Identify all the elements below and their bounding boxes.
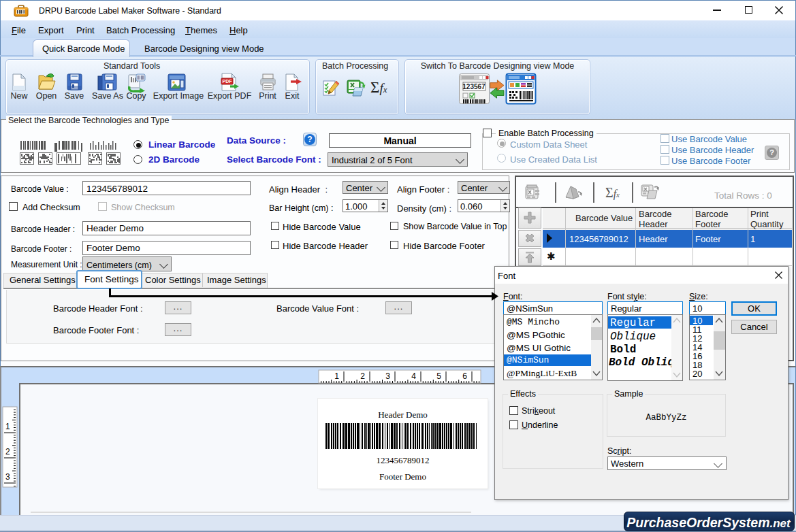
svg-text:1: 1 bbox=[334, 371, 339, 381]
svg-text:5: 5 bbox=[436, 371, 441, 381]
svg-text:2: 2 bbox=[5, 447, 10, 456]
svg-text:6: 6 bbox=[462, 371, 467, 381]
svg-text:3: 3 bbox=[385, 371, 390, 381]
svg-text:PDF: PDF bbox=[223, 79, 233, 84]
svg-text:1: 1 bbox=[5, 422, 10, 431]
svg-text:123567: 123567 bbox=[462, 83, 485, 90]
svg-text:2: 2 bbox=[360, 371, 365, 381]
svg-text:3: 3 bbox=[5, 472, 10, 482]
svg-text:4: 4 bbox=[411, 371, 416, 381]
